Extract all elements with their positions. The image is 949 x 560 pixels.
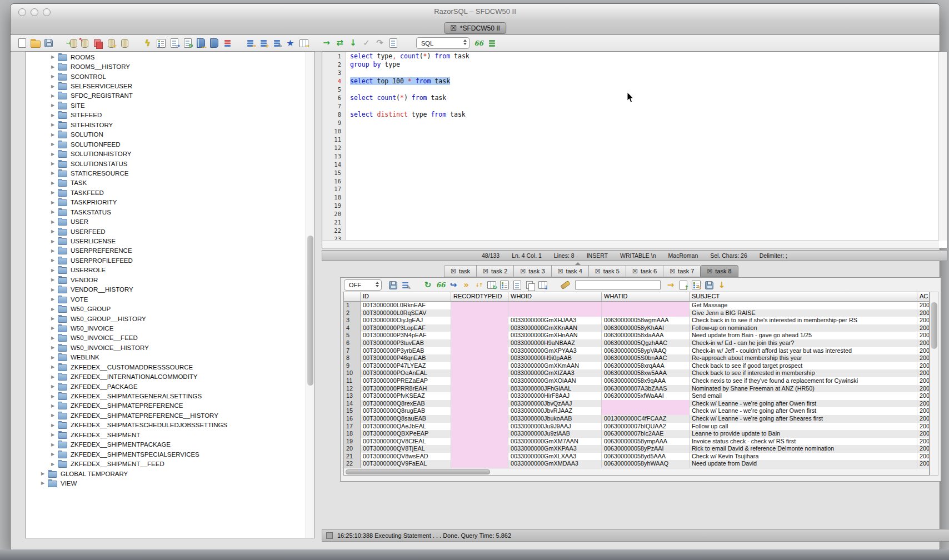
copy-red-icon[interactable] (92, 37, 104, 49)
tree-item-taskfeed[interactable]: ▶TASKFEED (26, 188, 314, 197)
tree-item-zkfedex__internationalcommodity[interactable]: ▶ZKFEDEX__INTERNATIONALCOMMODITY (26, 372, 314, 381)
highlighter-icon[interactable] (560, 279, 571, 291)
disclosure-triangle-icon[interactable]: ▶ (41, 471, 48, 476)
form-list-icon[interactable] (155, 37, 167, 49)
tree-item-solutionstatus[interactable]: ▶SOLUTIONSTATUS (26, 159, 314, 168)
tree-item-weblink[interactable]: ▶WEBLINK (26, 353, 314, 362)
table-row[interactable]: 600T3000000P3tuvEAB0033000000H9aNBAAZ006… (344, 339, 929, 347)
tree-scrollbar-thumb[interactable] (307, 236, 313, 386)
tree-item-solution[interactable]: ▶SOLUTION (26, 130, 314, 139)
tab-close-icon[interactable]: ☒ (483, 268, 488, 274)
disclosure-triangle-icon[interactable]: ▶ (51, 297, 58, 302)
tab-close-icon[interactable]: ☒ (520, 268, 526, 274)
tree-item-zkfedex__shipmentspecialservices[interactable]: ▶ZKFEDEX__SHIPMENTSPECIALSERVICES (26, 449, 314, 459)
tree-item-global temporary[interactable]: ▶GLOBAL TEMPORARY (26, 469, 314, 478)
tree-item-zkfedex__shipmentpackage[interactable]: ▶ZKFEDEX__SHIPMENTPACKAGE (26, 440, 314, 449)
tree-item-selfserviceuser[interactable]: ▶SELFSERVICEUSER (26, 81, 314, 91)
table-row[interactable]: 1400T3000000Q8rexEAB0033000000JbvQzAAJCh… (344, 400, 929, 408)
table-row[interactable]: 2200T3000000QV9FaEAL0033000000GmXMDAA300… (344, 460, 929, 468)
disclosure-triangle-icon[interactable]: ▶ (51, 316, 58, 321)
disclosure-triangle-icon[interactable]: ▶ (51, 54, 58, 59)
tree-item-view[interactable]: ▶VIEW (26, 478, 314, 488)
green-arrow-right-icon[interactable]: → (321, 37, 332, 49)
result-tab-task-2[interactable]: ☒task 2 (476, 265, 513, 277)
disclosure-triangle-icon[interactable]: ▶ (51, 142, 58, 147)
table-row[interactable]: 400T3000000P3LopEAF0033000000GmXKnAAN006… (344, 324, 929, 332)
disclosure-triangle-icon[interactable]: ▶ (51, 364, 58, 369)
tree-item-zkfedex__package[interactable]: ▶ZKFEDEX__PACKAGE (26, 382, 314, 391)
table-row[interactable]: 900T3000000P47LYEAZ0033000000GmXKmAAN006… (344, 362, 929, 370)
disclosure-triangle-icon[interactable]: ▶ (51, 462, 58, 467)
disclosure-triangle-icon[interactable]: ▶ (41, 481, 48, 486)
tree-item-rooms__history[interactable]: ▶ROOMS__HISTORY (26, 62, 314, 71)
table-row[interactable]: 1800T3000000QBXPeEAP0033000000Ju9zlAAB00… (344, 430, 929, 438)
yellow-arrow-right-icon[interactable]: → (665, 279, 676, 291)
tree-item-vendor[interactable]: ▶VENDOR (26, 275, 314, 284)
tree-item-zkfedex__shipmategeneralsettings[interactable]: ▶ZKFEDEX__SHIPMATEGENERALSETTINGS (26, 391, 314, 401)
page-export-icon[interactable]: → (168, 37, 180, 49)
column-header-AC[interactable]: AC (917, 292, 930, 301)
refresh-green-icon[interactable]: ↻ (422, 279, 433, 291)
db-cylinder-icon[interactable] (119, 37, 131, 49)
disclosure-triangle-icon[interactable]: ▶ (51, 423, 58, 428)
grid-horizontal-scrollbar[interactable] (344, 468, 929, 475)
tree-item-solutionhistory[interactable]: ▶SOLUTIONHISTORY (26, 149, 314, 158)
disclosure-triangle-icon[interactable]: ▶ (51, 384, 58, 389)
green-arrows-swap-icon[interactable]: ⇄ (334, 37, 346, 49)
tab-close-icon[interactable]: ☒ (558, 268, 563, 274)
table-paste-icon[interactable]: ↓ (537, 279, 548, 291)
table-row[interactable]: 1900T3000000QV8CfEAL0033000000GmXM7AAN00… (344, 438, 929, 446)
tree-item-sfdc_registrant[interactable]: ▶SFDC_REGISTRANT (26, 91, 314, 101)
table-row[interactable]: 1100T3000000PREZaEAP0033000000GmXOiAAN00… (344, 377, 929, 385)
tree-item-vote[interactable]: ▶VOTE (26, 294, 314, 304)
disclosure-triangle-icon[interactable]: ▶ (51, 74, 58, 79)
table-row[interactable]: 700T3000000P3yrbEAB0033000000GmXPYAA3006… (344, 347, 929, 355)
table-refresh-icon[interactable]: ↻ (486, 279, 497, 291)
titlebar[interactable]: RazorSQL – SFDCW50 II (11, 4, 940, 19)
page-blue-icon[interactable] (512, 279, 523, 291)
disclosure-triangle-icon[interactable]: ▶ (51, 336, 58, 341)
disclosure-triangle-icon[interactable]: ▶ (51, 209, 58, 214)
copy-blue-arrow-icon[interactable]: ↪ (448, 279, 459, 291)
disclosure-triangle-icon[interactable]: ▶ (51, 161, 58, 166)
quotes-green-icon[interactable]: 66 (435, 279, 446, 291)
disclosure-triangle-icon[interactable]: ▶ (51, 432, 58, 437)
commit-check-icon[interactable]: ✓ (361, 37, 372, 49)
tree-item-sitehistory[interactable]: ▶SITEHISTORY (26, 120, 314, 129)
tree-item-taskpriority[interactable]: ▶TASKPRIORITY (26, 198, 314, 207)
disclosure-triangle-icon[interactable]: ▶ (51, 355, 58, 360)
disclosure-triangle-icon[interactable]: ▶ (51, 268, 58, 273)
tab-close-icon[interactable]: ☒ (670, 268, 675, 274)
tree-item-rooms[interactable]: ▶ROOMS (26, 52, 314, 62)
table-row[interactable]: 1000T3000000POeAnEAL0033000000GmXIZAA300… (344, 369, 929, 377)
disclosure-triangle-icon[interactable]: ▶ (51, 200, 58, 205)
disclosure-triangle-icon[interactable]: ▶ (51, 132, 58, 137)
yellow-arrow-down-icon[interactable]: ↓ (716, 279, 727, 291)
column-header-WHOID[interactable]: WHOID (508, 292, 602, 301)
grid-vertical-scrollbar[interactable] (930, 292, 938, 476)
notebook-icon[interactable]: … (195, 37, 207, 49)
disclosure-triangle-icon[interactable]: ▶ (51, 219, 58, 224)
list-plus-icon[interactable]: + (258, 37, 269, 49)
filter-pencil-icon[interactable]: ✎ (400, 279, 411, 291)
favorites-star-icon[interactable]: ★ (284, 37, 296, 49)
schema-tree-panel[interactable]: ▶ROOMS▶ROOMS__HISTORY▶SCONTROL▶SELFSERVI… (25, 52, 315, 538)
tab-close-icon[interactable]: ☒ (595, 268, 601, 274)
disclosure-triangle-icon[interactable]: ▶ (51, 122, 58, 127)
table-row[interactable]: 300T3000000OiyJgEAJ0033000000GmXHJAA3006… (344, 317, 929, 324)
column-header-rownum[interactable] (344, 292, 361, 301)
disclosure-triangle-icon[interactable]: ▶ (51, 403, 58, 408)
result-tab-task-3[interactable]: ☒task 3 (513, 265, 551, 277)
tree-vertical-scrollbar[interactable] (306, 52, 314, 538)
red-list-icon[interactable] (222, 37, 233, 49)
book-icon[interactable] (208, 37, 220, 49)
disclosure-triangle-icon[interactable]: ▶ (51, 326, 58, 331)
disclosure-triangle-icon[interactable]: ▶ (51, 239, 58, 244)
table-arrow-icon[interactable]: → (298, 37, 309, 49)
save-icon[interactable] (387, 279, 398, 291)
db-sparkle-icon[interactable]: + (106, 37, 117, 49)
save-icon[interactable] (703, 279, 715, 291)
tree-item-userpreference[interactable]: ▶USERPREFERENCE (26, 246, 314, 256)
table-row[interactable]: 1700T3000000QAeJbEAL0033000000Ju9J9AAJ00… (344, 423, 929, 431)
column-header-WHATID[interactable]: WHATID (602, 292, 690, 301)
